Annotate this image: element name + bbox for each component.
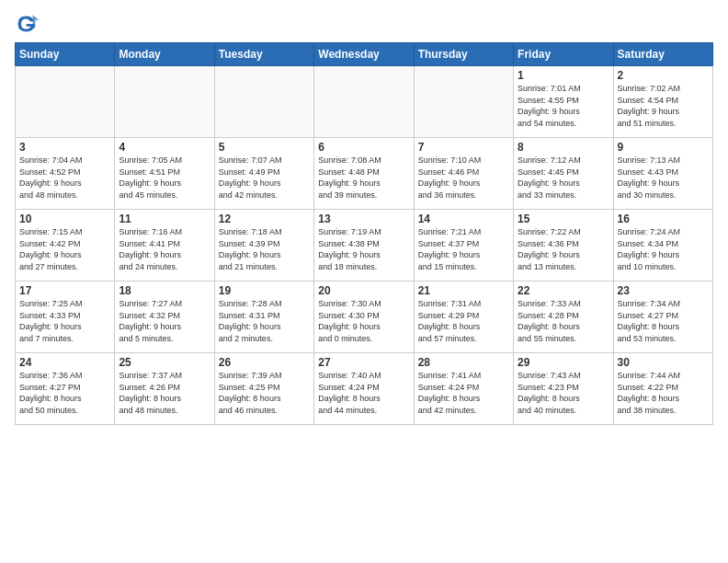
calendar-cell: 3Sunrise: 7:04 AM Sunset: 4:52 PM Daylig… xyxy=(16,138,115,210)
logo xyxy=(15,11,44,37)
calendar-cell: 15Sunrise: 7:22 AM Sunset: 4:36 PM Dayli… xyxy=(514,210,613,282)
weekday-header-wednesday: Wednesday xyxy=(314,43,414,66)
calendar-cell: 1Sunrise: 7:01 AM Sunset: 4:55 PM Daylig… xyxy=(514,66,613,138)
day-number: 18 xyxy=(119,284,210,297)
calendar-cell: 5Sunrise: 7:07 AM Sunset: 4:49 PM Daylig… xyxy=(214,138,313,210)
calendar-cell: 14Sunrise: 7:21 AM Sunset: 4:37 PM Dayli… xyxy=(414,210,513,282)
calendar-cell: 23Sunrise: 7:34 AM Sunset: 4:27 PM Dayli… xyxy=(613,282,712,353)
calendar-cell: 8Sunrise: 7:12 AM Sunset: 4:45 PM Daylig… xyxy=(514,138,613,210)
day-number: 16 xyxy=(618,213,709,225)
day-info: Sunrise: 7:15 AM Sunset: 4:42 PM Dayligh… xyxy=(19,226,110,272)
day-number: 20 xyxy=(318,284,409,297)
day-info: Sunrise: 7:34 AM Sunset: 4:27 PM Dayligh… xyxy=(618,298,709,344)
calendar-cell: 22Sunrise: 7:33 AM Sunset: 4:28 PM Dayli… xyxy=(514,282,613,353)
calendar-cell: 7Sunrise: 7:10 AM Sunset: 4:46 PM Daylig… xyxy=(414,138,513,210)
calendar-cell: 12Sunrise: 7:18 AM Sunset: 4:39 PM Dayli… xyxy=(214,210,313,282)
weekday-header-friday: Friday xyxy=(514,43,613,66)
day-number: 19 xyxy=(219,284,310,297)
calendar-cell xyxy=(115,66,214,138)
calendar-cell: 25Sunrise: 7:37 AM Sunset: 4:26 PM Dayli… xyxy=(115,353,214,425)
day-info: Sunrise: 7:21 AM Sunset: 4:37 PM Dayligh… xyxy=(418,226,509,272)
day-info: Sunrise: 7:10 AM Sunset: 4:46 PM Dayligh… xyxy=(418,155,509,201)
day-info: Sunrise: 7:28 AM Sunset: 4:31 PM Dayligh… xyxy=(219,298,310,344)
weekday-header-row: SundayMondayTuesdayWednesdayThursdayFrid… xyxy=(16,43,713,66)
weekday-header-sunday: Sunday xyxy=(16,43,115,66)
day-number: 22 xyxy=(518,284,609,297)
day-info: Sunrise: 7:43 AM Sunset: 4:23 PM Dayligh… xyxy=(518,370,609,416)
calendar-cell: 29Sunrise: 7:43 AM Sunset: 4:23 PM Dayli… xyxy=(514,353,613,425)
day-number: 5 xyxy=(219,141,310,154)
calendar-cell: 2Sunrise: 7:02 AM Sunset: 4:54 PM Daylig… xyxy=(613,66,712,138)
day-info: Sunrise: 7:13 AM Sunset: 4:43 PM Dayligh… xyxy=(618,155,709,201)
page-container: SundayMondayTuesdayWednesdayThursdayFrid… xyxy=(0,0,728,432)
day-number: 17 xyxy=(19,284,110,297)
calendar-cell: 18Sunrise: 7:27 AM Sunset: 4:32 PM Dayli… xyxy=(115,282,214,353)
day-number: 9 xyxy=(618,141,709,154)
day-info: Sunrise: 7:39 AM Sunset: 4:25 PM Dayligh… xyxy=(219,370,310,416)
calendar-cell xyxy=(214,66,313,138)
calendar-week-row: 3Sunrise: 7:04 AM Sunset: 4:52 PM Daylig… xyxy=(16,138,713,210)
day-number: 28 xyxy=(418,356,509,369)
calendar-week-row: 10Sunrise: 7:15 AM Sunset: 4:42 PM Dayli… xyxy=(16,210,713,282)
calendar-table: SundayMondayTuesdayWednesdayThursdayFrid… xyxy=(15,42,713,425)
day-number: 25 xyxy=(119,356,210,369)
day-info: Sunrise: 7:19 AM Sunset: 4:38 PM Dayligh… xyxy=(318,226,409,272)
weekday-header-tuesday: Tuesday xyxy=(214,43,313,66)
calendar-cell xyxy=(16,66,115,138)
day-info: Sunrise: 7:07 AM Sunset: 4:49 PM Dayligh… xyxy=(219,155,310,201)
day-number: 13 xyxy=(318,213,409,225)
day-info: Sunrise: 7:04 AM Sunset: 4:52 PM Dayligh… xyxy=(19,155,110,201)
day-number: 3 xyxy=(19,141,110,154)
calendar-cell: 17Sunrise: 7:25 AM Sunset: 4:33 PM Dayli… xyxy=(16,282,115,353)
day-number: 2 xyxy=(618,69,709,82)
day-number: 26 xyxy=(219,356,310,369)
calendar-cell: 9Sunrise: 7:13 AM Sunset: 4:43 PM Daylig… xyxy=(613,138,712,210)
day-info: Sunrise: 7:25 AM Sunset: 4:33 PM Dayligh… xyxy=(19,298,110,344)
day-number: 29 xyxy=(518,356,609,369)
day-number: 6 xyxy=(318,141,409,154)
day-number: 4 xyxy=(119,141,210,154)
day-number: 12 xyxy=(219,213,310,225)
calendar-cell: 11Sunrise: 7:16 AM Sunset: 4:41 PM Dayli… xyxy=(115,210,214,282)
weekday-header-monday: Monday xyxy=(115,43,214,66)
calendar-cell: 30Sunrise: 7:44 AM Sunset: 4:22 PM Dayli… xyxy=(613,353,712,425)
calendar-cell: 21Sunrise: 7:31 AM Sunset: 4:29 PM Dayli… xyxy=(414,282,513,353)
calendar-cell xyxy=(314,66,414,138)
day-info: Sunrise: 7:16 AM Sunset: 4:41 PM Dayligh… xyxy=(119,226,210,272)
calendar-cell: 4Sunrise: 7:05 AM Sunset: 4:51 PM Daylig… xyxy=(115,138,214,210)
day-info: Sunrise: 7:02 AM Sunset: 4:54 PM Dayligh… xyxy=(618,83,709,129)
day-info: Sunrise: 7:18 AM Sunset: 4:39 PM Dayligh… xyxy=(219,226,310,272)
day-number: 21 xyxy=(418,284,509,297)
calendar-cell: 16Sunrise: 7:24 AM Sunset: 4:34 PM Dayli… xyxy=(613,210,712,282)
header xyxy=(15,11,713,37)
day-number: 10 xyxy=(19,213,110,225)
calendar-cell: 20Sunrise: 7:30 AM Sunset: 4:30 PM Dayli… xyxy=(314,282,414,353)
calendar-cell: 24Sunrise: 7:36 AM Sunset: 4:27 PM Dayli… xyxy=(16,353,115,425)
day-info: Sunrise: 7:08 AM Sunset: 4:48 PM Dayligh… xyxy=(318,155,409,201)
day-info: Sunrise: 7:37 AM Sunset: 4:26 PM Dayligh… xyxy=(119,370,210,416)
calendar-week-row: 17Sunrise: 7:25 AM Sunset: 4:33 PM Dayli… xyxy=(16,282,713,353)
day-number: 8 xyxy=(518,141,609,154)
logo-icon xyxy=(15,11,40,37)
calendar-cell: 13Sunrise: 7:19 AM Sunset: 4:38 PM Dayli… xyxy=(314,210,414,282)
day-number: 24 xyxy=(19,356,110,369)
day-number: 11 xyxy=(119,213,210,225)
weekday-header-thursday: Thursday xyxy=(414,43,513,66)
day-number: 14 xyxy=(418,213,509,225)
day-info: Sunrise: 7:44 AM Sunset: 4:22 PM Dayligh… xyxy=(618,370,709,416)
day-info: Sunrise: 7:31 AM Sunset: 4:29 PM Dayligh… xyxy=(418,298,509,344)
day-number: 27 xyxy=(318,356,409,369)
day-number: 23 xyxy=(618,284,709,297)
day-info: Sunrise: 7:24 AM Sunset: 4:34 PM Dayligh… xyxy=(618,226,709,272)
calendar-cell: 6Sunrise: 7:08 AM Sunset: 4:48 PM Daylig… xyxy=(314,138,414,210)
day-info: Sunrise: 7:27 AM Sunset: 4:32 PM Dayligh… xyxy=(119,298,210,344)
day-info: Sunrise: 7:41 AM Sunset: 4:24 PM Dayligh… xyxy=(418,370,509,416)
day-info: Sunrise: 7:22 AM Sunset: 4:36 PM Dayligh… xyxy=(518,226,609,272)
calendar-cell xyxy=(414,66,513,138)
calendar-week-row: 24Sunrise: 7:36 AM Sunset: 4:27 PM Dayli… xyxy=(16,353,713,425)
calendar-cell: 27Sunrise: 7:40 AM Sunset: 4:24 PM Dayli… xyxy=(314,353,414,425)
day-info: Sunrise: 7:01 AM Sunset: 4:55 PM Dayligh… xyxy=(518,83,609,129)
day-info: Sunrise: 7:12 AM Sunset: 4:45 PM Dayligh… xyxy=(518,155,609,201)
day-number: 15 xyxy=(518,213,609,225)
day-info: Sunrise: 7:36 AM Sunset: 4:27 PM Dayligh… xyxy=(19,370,110,416)
